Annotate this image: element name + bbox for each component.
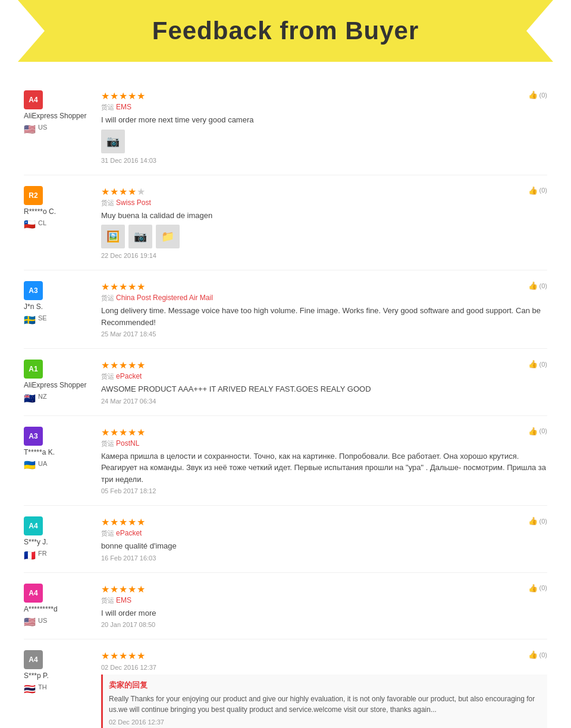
helpful-count[interactable]: 👍 (0)	[528, 650, 547, 659]
star-icon: ★	[101, 427, 110, 437]
seller-reply: 卖家的回复 Really Thanks for your enjoying ou…	[101, 675, 547, 728]
star-icon: ★	[110, 427, 119, 437]
star-icon: ★	[128, 584, 137, 594]
reviewer-country: 🇺🇸 US	[24, 616, 47, 624]
star-icon: ★	[137, 91, 146, 101]
country-flag: 🇨🇱	[24, 219, 36, 226]
review-image-thumb[interactable]: 📁	[156, 225, 180, 248]
reviewer-avatar: A4	[24, 650, 43, 669]
reviewer-info: A4 S***p P. 🇹🇭 TH	[24, 650, 95, 691]
shipping-info: 货运 EMS	[101, 596, 547, 605]
helpful-count[interactable]: 👍 (0)	[528, 360, 547, 368]
shipping-label: 货运	[101, 530, 116, 537]
helpful-count[interactable]: 👍 (0)	[528, 516, 547, 525]
reviewer-country: 🇹🇭 TH	[24, 683, 47, 691]
reviewer-info: A4 A*********d 🇺🇸 US	[24, 584, 95, 625]
thumbs-up-icon: 👍	[528, 584, 538, 593]
helpful-count[interactable]: 👍 (0)	[528, 186, 547, 195]
helpful-count[interactable]: 👍 (0)	[528, 427, 547, 436]
helpful-number: (0)	[539, 282, 547, 289]
star-icon: ★	[119, 360, 128, 370]
star-icon: ★	[137, 187, 146, 197]
thumbs-up-icon: 👍	[528, 516, 538, 525]
helpful-count[interactable]: 👍 (0)	[528, 281, 547, 290]
reviewer-country: 🇫🇷 FR	[24, 550, 47, 557]
thumbs-up-icon: 👍	[528, 186, 538, 195]
star-icon: ★	[110, 651, 119, 661]
country-flag: 🇺🇸	[24, 124, 36, 131]
country-flag: 🇹🇭	[24, 683, 36, 691]
country-code: CL	[38, 219, 46, 226]
star-icon: ★	[110, 584, 119, 594]
star-icon: ★	[128, 91, 137, 101]
seller-reply-text: Really Thanks for your enjoying our prod…	[109, 694, 541, 715]
star-rating: ★★★★★	[101, 650, 547, 661]
reviewer-info: A4 AliExpress Shopper 🇺🇸 US	[24, 90, 95, 131]
review-content: ★★★★★ 货运 Swiss Post Muy buena la calidad…	[95, 186, 547, 260]
star-icon: ★	[101, 282, 110, 292]
star-icon: ★	[128, 187, 137, 197]
star-icon: ★	[119, 427, 128, 437]
review-image-thumb[interactable]: 📷	[101, 130, 125, 153]
star-icon: ★	[119, 282, 128, 292]
reviewer-info: A1 AliExpress Shopper 🇳🇿 NZ	[24, 360, 95, 401]
review-text: bonne qualité d'image	[101, 540, 547, 552]
shipping-info: 货运 PostNL	[101, 439, 547, 448]
seller-reply-title: 卖家的回复	[109, 679, 541, 691]
shipping-label: 货运	[101, 440, 116, 447]
country-code: TH	[38, 683, 47, 691]
star-icon: ★	[137, 427, 146, 437]
review-item: A3 T*****a K. 🇺🇦 UA ★★★★★ 货运 PostNL Каме…	[24, 416, 547, 506]
country-flag: 🇺🇦	[24, 459, 36, 467]
shipping-label: 货运	[101, 294, 116, 301]
review-content: ★★★★★ 货运 PostNL Камера пришла в целости …	[95, 427, 547, 495]
star-icon: ★	[110, 517, 119, 527]
shipping-label: 货运	[101, 103, 116, 111]
reviewer-info: A4 S***y J. 🇫🇷 FR	[24, 516, 95, 557]
star-icon: ★	[101, 584, 110, 594]
shipping-info: 货运 ePacket	[101, 529, 547, 538]
star-icon: ★	[101, 651, 110, 661]
star-icon: ★	[128, 517, 137, 527]
shipping-info: 货运 ePacket	[101, 372, 547, 381]
review-image-thumb[interactable]: 🖼️	[101, 225, 125, 248]
star-icon: ★	[101, 91, 110, 101]
review-content: ★★★★★ 02 Dec 2016 12:37 卖家的回复 Really Tha…	[95, 650, 547, 728]
thumbs-up-icon: 👍	[528, 90, 538, 99]
review-item: R2 R*****o C. 🇨🇱 CL ★★★★★ 货运 Swiss Post …	[24, 175, 547, 271]
review-date: 20 Jan 2017 08:50	[101, 621, 547, 628]
reviewer-country: 🇺🇸 US	[24, 124, 47, 131]
review-date: 24 Mar 2017 06:34	[101, 398, 547, 405]
star-icon: ★	[128, 651, 137, 661]
review-date: 31 Dec 2016 14:03	[101, 157, 547, 164]
reviewer-name: A*********d	[24, 605, 58, 614]
review-image-thumb[interactable]: 📷	[128, 225, 152, 248]
reviewer-country: 🇨🇱 CL	[24, 219, 46, 226]
star-icon: ★	[110, 360, 119, 370]
helpful-count[interactable]: 👍 (0)	[528, 90, 547, 99]
review-content: ★★★★★ 货运 EMS I will order more next time…	[95, 90, 547, 164]
review-content: ★★★★★ 货运 EMS I will order more 20 Jan 20…	[95, 584, 547, 629]
country-flag: 🇫🇷	[24, 550, 36, 557]
page-title: Feedback from Buyer	[18, 17, 553, 45]
shipping-info: 货运 EMS	[101, 103, 547, 112]
star-icon: ★	[137, 282, 146, 292]
reviewer-name: R*****o C.	[24, 207, 56, 217]
shipping-label: 货运	[101, 199, 116, 206]
star-icon: ★	[119, 584, 128, 594]
reviewer-avatar: A3	[24, 281, 43, 300]
reviewer-avatar: A1	[24, 360, 43, 379]
star-icon: ★	[110, 282, 119, 292]
star-icon: ★	[119, 91, 128, 101]
country-flag: 🇸🇪	[24, 314, 36, 322]
review-date: 16 Feb 2017 16:03	[101, 554, 547, 562]
star-icon: ★	[119, 517, 128, 527]
country-code: SE	[38, 314, 47, 322]
star-rating: ★★★★★	[101, 427, 547, 438]
country-code: US	[38, 617, 47, 624]
star-icon: ★	[137, 517, 146, 527]
review-date: 02 Dec 2016 12:37	[101, 664, 547, 671]
helpful-count[interactable]: 👍 (0)	[528, 584, 547, 593]
star-icon: ★	[110, 91, 119, 101]
reviewer-name: J*n S.	[24, 302, 43, 312]
